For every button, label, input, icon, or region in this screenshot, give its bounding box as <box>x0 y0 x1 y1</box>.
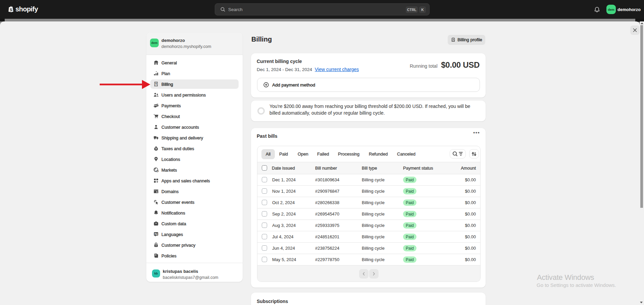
svg-text:$: $ <box>155 82 157 85</box>
svg-text:文: 文 <box>156 233 158 235</box>
svg-text:S: S <box>9 7 12 12</box>
svg-text:$: $ <box>157 170 158 172</box>
